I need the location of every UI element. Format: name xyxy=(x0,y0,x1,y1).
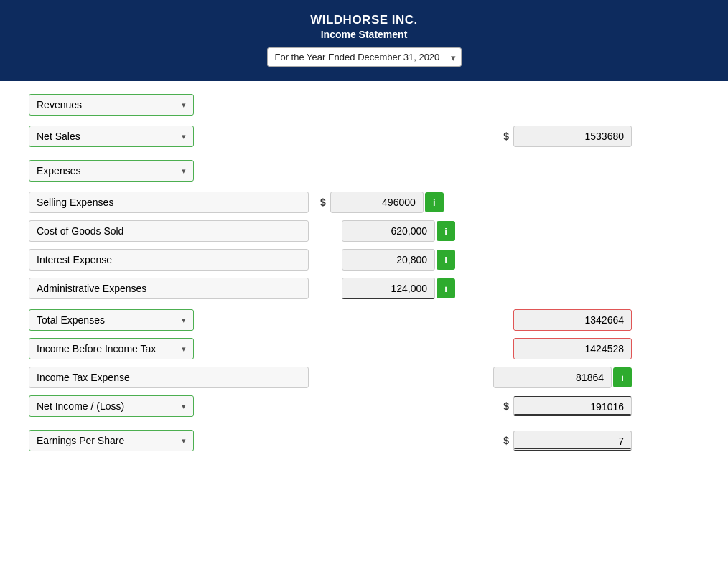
expenses-label: Expenses xyxy=(37,165,80,177)
eps-arrow-icon: ▾ xyxy=(182,436,186,446)
revenues-arrow-icon: ▾ xyxy=(182,100,186,110)
interest-expense-dropdown[interactable]: Interest Expense xyxy=(29,249,309,271)
cogs-label: Cost of Goods Sold xyxy=(37,225,123,237)
net-income-row: Net Income / (Loss) ▾ $ 191016 xyxy=(29,395,632,417)
income-tax-dropdown[interactable]: Income Tax Expense xyxy=(29,367,309,388)
net-sales-label: Net Sales xyxy=(37,131,80,142)
net-income-dropdown[interactable]: Net Income / (Loss) ▾ xyxy=(29,395,194,417)
income-before-dropdown[interactable]: Income Before Income Tax ▾ xyxy=(29,338,194,359)
net-sales-value: 1533680 xyxy=(513,126,632,147)
interest-expense-row: Interest Expense 20,800 i xyxy=(29,249,632,271)
admin-expenses-value: 124,000 xyxy=(342,278,435,299)
period-select[interactable]: For the Year Ended December 31, 2020For … xyxy=(267,47,462,67)
selling-expenses-label: Selling Expenses xyxy=(37,197,113,208)
income-before-label: Income Before Income Tax xyxy=(37,343,156,354)
total-expenses-arrow-icon: ▾ xyxy=(182,316,186,325)
company-name: WILDHORSE INC. xyxy=(14,13,714,27)
admin-expenses-label: Administrative Expenses xyxy=(37,283,146,294)
eps-row: Earnings Per Share ▾ $ 7 xyxy=(29,430,632,451)
net-sales-arrow-icon: ▾ xyxy=(182,132,186,141)
selling-expenses-row: Selling Expenses $ 496000 i xyxy=(29,192,632,213)
income-statement-content: Revenues ▾ Net Sales ▾ $ 1533680 Expense… xyxy=(0,81,661,471)
eps-value: 7 xyxy=(513,431,632,451)
income-before-value: 1424528 xyxy=(513,338,632,359)
eps-label: Earnings Per Share xyxy=(37,435,124,446)
interest-expense-value: 20,800 xyxy=(342,249,435,271)
net-income-arrow-icon: ▾ xyxy=(182,402,186,411)
income-before-arrow-icon: ▾ xyxy=(182,344,186,354)
interest-expense-info-button[interactable]: i xyxy=(437,250,455,270)
selling-expenses-info-button[interactable]: i xyxy=(425,192,444,212)
revenues-dropdown[interactable]: Revenues ▾ xyxy=(29,94,194,116)
expenses-row: Expenses ▾ xyxy=(29,160,632,182)
total-expenses-label: Total Expenses xyxy=(37,314,105,326)
cogs-row: Cost of Goods Sold 620,000 i xyxy=(29,220,632,242)
interest-expense-label: Interest Expense xyxy=(37,254,112,265)
net-sales-dollar: $ xyxy=(503,131,509,142)
total-expenses-value: 1342664 xyxy=(513,309,632,331)
net-sales-dropdown[interactable]: Net Sales ▾ xyxy=(29,126,194,147)
selling-expenses-value: 496000 xyxy=(330,192,424,213)
expenses-dropdown[interactable]: Expenses ▾ xyxy=(29,160,194,182)
income-tax-info-button[interactable]: i xyxy=(613,367,632,387)
revenues-row: Revenues ▾ xyxy=(29,94,632,116)
selling-expenses-dollar: $ xyxy=(320,197,326,208)
admin-expenses-info-button[interactable]: i xyxy=(437,278,455,298)
net-income-dollar: $ xyxy=(503,400,509,412)
admin-expenses-row: Administrative Expenses 124,000 i xyxy=(29,278,632,299)
total-expenses-row: Total Expenses ▾ 1342664 xyxy=(29,309,632,331)
total-expenses-dropdown[interactable]: Total Expenses ▾ xyxy=(29,309,194,331)
income-before-row: Income Before Income Tax ▾ 1424528 xyxy=(29,338,632,359)
eps-dropdown[interactable]: Earnings Per Share ▾ xyxy=(29,430,194,451)
admin-expenses-dropdown[interactable]: Administrative Expenses xyxy=(29,278,309,299)
selling-expenses-dropdown[interactable]: Selling Expenses xyxy=(29,192,309,213)
eps-dollar: $ xyxy=(503,435,509,446)
cogs-value: 620,000 xyxy=(342,220,435,242)
page-header: WILDHORSE INC. Income Statement For the … xyxy=(0,0,728,81)
expenses-arrow-icon: ▾ xyxy=(182,166,186,176)
cogs-dropdown[interactable]: Cost of Goods Sold xyxy=(29,220,309,242)
net-income-label: Net Income / (Loss) xyxy=(37,400,124,412)
statement-title: Income Statement xyxy=(14,29,714,40)
revenues-label: Revenues xyxy=(37,99,82,110)
net-sales-row: Net Sales ▾ $ 1533680 xyxy=(29,126,632,147)
net-income-value: 191016 xyxy=(513,396,632,416)
cogs-info-button[interactable]: i xyxy=(437,221,455,241)
income-tax-label: Income Tax Expense xyxy=(37,372,130,383)
income-tax-row: Income Tax Expense 81864 i xyxy=(29,367,632,388)
income-tax-value: 81864 xyxy=(493,367,612,388)
period-selector-wrap[interactable]: For the Year Ended December 31, 2020For … xyxy=(267,47,462,67)
